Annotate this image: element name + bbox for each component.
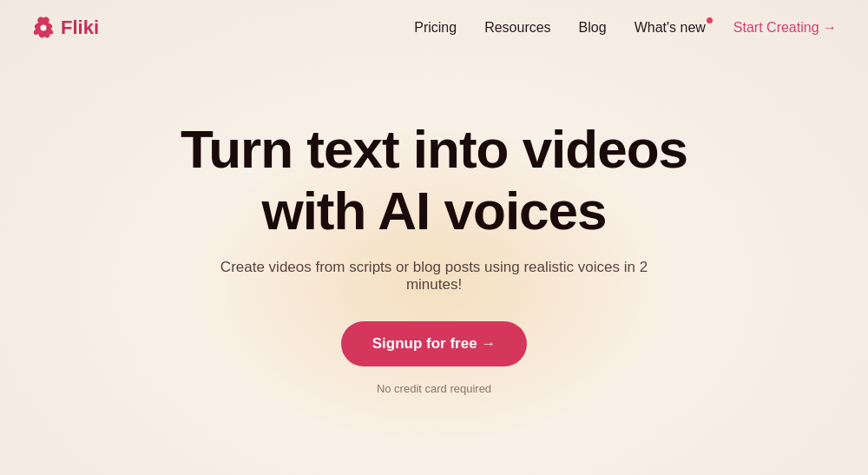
- no-credit-card-text: No credit card required: [377, 382, 491, 395]
- logo-icon: [31, 16, 56, 40]
- nav-whats-new[interactable]: What's new: [635, 20, 706, 36]
- page-wrapper: Fliki Pricing Resources Blog What's new …: [0, 0, 868, 475]
- logo-text: Fliki: [61, 16, 99, 39]
- hero-title-line2: with AI voices: [261, 181, 606, 241]
- hero-section: Turn text into videos with AI voices Cre…: [0, 56, 868, 475]
- navbar: Fliki Pricing Resources Blog What's new …: [0, 0, 868, 56]
- hero-title-line1: Turn text into videos: [181, 119, 687, 179]
- hero-subtitle: Create videos from scripts or blog posts…: [208, 259, 660, 294]
- nav-links: Pricing Resources Blog What's new Start …: [414, 20, 837, 36]
- nav-pricing[interactable]: Pricing: [414, 20, 457, 36]
- logo[interactable]: Fliki: [31, 16, 99, 40]
- nav-start-creating[interactable]: Start Creating →: [733, 20, 837, 36]
- nav-resources[interactable]: Resources: [484, 20, 550, 36]
- hero-title: Turn text into videos with AI voices: [181, 118, 687, 242]
- signup-cta-button[interactable]: Signup for free →: [341, 321, 528, 366]
- svg-point-0: [41, 25, 47, 31]
- nav-blog[interactable]: Blog: [579, 20, 607, 36]
